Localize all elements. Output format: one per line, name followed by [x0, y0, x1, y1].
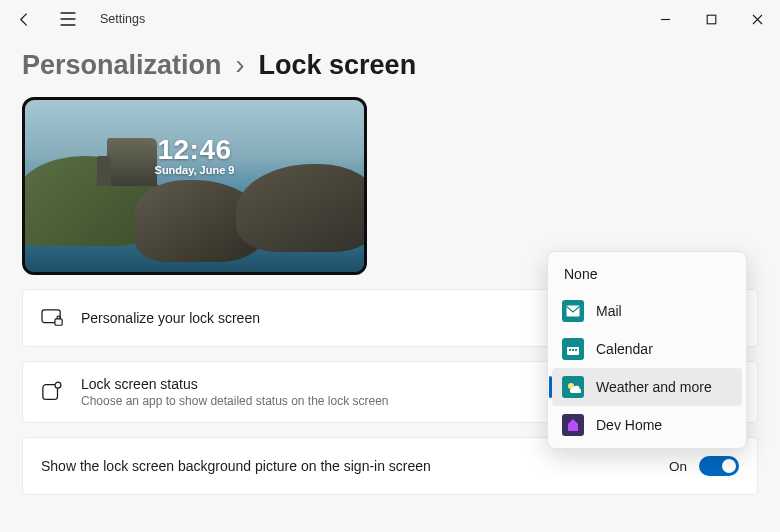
weather-icon	[562, 376, 584, 398]
svg-rect-9	[572, 349, 574, 351]
back-button[interactable]	[8, 3, 40, 35]
monitor-lock-icon	[41, 307, 63, 329]
app-status-icon	[41, 381, 63, 403]
lock-screen-preview[interactable]: 12:46 Sunday, June 9	[22, 97, 367, 275]
app-title: Settings	[100, 12, 145, 26]
close-icon	[752, 14, 763, 25]
devhome-icon	[562, 414, 584, 436]
preview-date: Sunday, June 9	[25, 164, 364, 176]
calendar-icon	[562, 338, 584, 360]
dropdown-option-label: Dev Home	[596, 417, 662, 433]
dropdown-option-label: Calendar	[596, 341, 653, 357]
mail-icon	[562, 300, 584, 322]
svg-point-4	[55, 382, 61, 388]
toggle-knob	[722, 459, 736, 473]
dropdown-option-label: Mail	[596, 303, 622, 319]
dropdown-option-calendar[interactable]: Calendar	[552, 330, 742, 368]
breadcrumb-current: Lock screen	[259, 50, 417, 81]
breadcrumb-parent[interactable]: Personalization	[22, 50, 222, 81]
status-app-dropdown[interactable]: None Mail Calendar Weather and more Dev …	[547, 251, 747, 449]
maximize-button[interactable]	[688, 0, 734, 38]
preview-time: 12:46	[25, 134, 364, 166]
minimize-icon	[660, 14, 671, 25]
dropdown-option-weather[interactable]: Weather and more	[552, 368, 742, 406]
signin-title: Show the lock screen background picture …	[41, 458, 651, 474]
dropdown-option-label: Weather and more	[596, 379, 712, 395]
arrow-left-icon	[17, 12, 32, 27]
svg-rect-10	[575, 349, 577, 351]
dropdown-option-mail[interactable]: Mail	[552, 292, 742, 330]
chevron-right-icon: ›	[236, 50, 245, 81]
hamburger-icon	[60, 12, 76, 26]
svg-rect-0	[707, 15, 716, 24]
signin-toggle[interactable]	[699, 456, 739, 476]
dropdown-none-option[interactable]: None	[552, 256, 742, 292]
svg-rect-7	[567, 344, 579, 347]
svg-rect-8	[569, 349, 571, 351]
signin-toggle-label: On	[669, 459, 687, 474]
titlebar: Settings	[0, 0, 780, 38]
preview-clock: 12:46 Sunday, June 9	[25, 134, 364, 176]
minimize-button[interactable]	[642, 0, 688, 38]
menu-button[interactable]	[52, 3, 84, 35]
window-controls	[642, 0, 780, 38]
dropdown-option-devhome[interactable]: Dev Home	[552, 406, 742, 444]
close-button[interactable]	[734, 0, 780, 38]
svg-rect-5	[567, 306, 580, 317]
maximize-icon	[706, 14, 717, 25]
svg-rect-2	[55, 319, 62, 325]
breadcrumb: Personalization › Lock screen	[0, 38, 780, 87]
